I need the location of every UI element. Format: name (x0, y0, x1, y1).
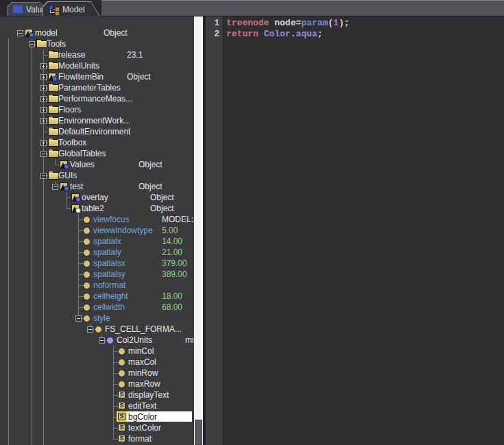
folder-icon[interactable] (48, 51, 59, 59)
folder-icon[interactable] (48, 84, 59, 92)
attribute-icon[interactable] (83, 260, 91, 267)
collapse-icon[interactable] (40, 173, 47, 179)
attribute-icon[interactable] (83, 304, 91, 311)
tree-row[interactable]: maxRow (0, 378, 194, 389)
attribute-icon[interactable] (83, 238, 91, 245)
object-icon[interactable] (60, 160, 69, 169)
folder-icon[interactable] (48, 172, 59, 180)
object-icon[interactable] (71, 204, 80, 213)
tree-row[interactable]: release23.1 (0, 49, 194, 60)
string-node-icon[interactable]: S (118, 402, 125, 409)
tree-row[interactable]: SeditText (0, 400, 194, 411)
tree-row[interactable]: table2Object (0, 203, 194, 214)
collapse-icon[interactable] (17, 30, 23, 36)
expand-icon[interactable] (40, 118, 47, 124)
tree-row[interactable]: minRow (0, 368, 194, 378)
tree-row[interactable]: FS_CELL_FORMA... (0, 324, 194, 335)
expand-icon[interactable] (40, 63, 47, 69)
tree-row[interactable]: maxCol (0, 357, 194, 368)
attribute-icon[interactable] (83, 227, 91, 234)
tree-node-label: DefaultEnvironment (58, 126, 130, 137)
tree-row[interactable]: StextColor (0, 422, 194, 433)
string-node-icon[interactable]: S (118, 435, 125, 442)
folder-icon[interactable] (48, 95, 59, 103)
collapse-icon[interactable] (87, 326, 93, 333)
folder-icon[interactable] (48, 117, 59, 125)
string-node-icon[interactable]: S (118, 413, 125, 420)
tree-row[interactable]: ValuesObject (0, 159, 194, 170)
object-icon[interactable] (60, 182, 69, 191)
collapse-icon[interactable] (40, 151, 47, 157)
attribute-icon[interactable] (106, 337, 114, 344)
tree-row[interactable]: GlobalTables (0, 148, 194, 159)
tree-scrollbar[interactable] (194, 16, 203, 445)
tree-row[interactable]: style (0, 313, 194, 324)
tree-row[interactable]: noformat (0, 280, 194, 291)
attribute-icon[interactable] (83, 293, 91, 300)
object-icon[interactable] (48, 72, 57, 81)
expand-icon[interactable] (40, 96, 47, 102)
tree-row[interactable]: SbgColor (0, 411, 194, 422)
object-icon[interactable] (71, 193, 80, 202)
tree-row[interactable]: Sformat (0, 433, 194, 444)
tree-row[interactable]: DefaultEnvironment (0, 126, 194, 137)
tab-model[interactable]: Model (43, 1, 100, 16)
tree-row[interactable]: testObject (0, 181, 194, 192)
attribute-icon[interactable] (118, 348, 125, 355)
collapse-icon[interactable] (75, 315, 82, 322)
tree-row[interactable]: minCol (0, 346, 194, 357)
tree-row[interactable]: cellwidth68.00 (0, 302, 194, 313)
expand-icon[interactable] (40, 85, 47, 91)
attribute-icon[interactable] (83, 271, 91, 278)
folder-icon[interactable] (48, 139, 59, 147)
tree-row[interactable]: modelObject (0, 27, 194, 38)
tree-icon (49, 5, 59, 14)
tree-row[interactable]: viewwindowtype5.00 (0, 225, 194, 236)
string-node-icon[interactable]: S (118, 424, 125, 431)
scrollbar-thumb[interactable] (195, 420, 202, 445)
tree-panel[interactable]: modelObjectToolsrelease23.1ModelUnitsFlo… (0, 16, 194, 445)
attribute-icon[interactable] (83, 216, 91, 224)
app-window: Values Model modelObjectToolsrelease23.1… (0, 0, 504, 445)
tree-row[interactable]: EnvironmentWork... (0, 115, 194, 126)
collapse-icon[interactable] (99, 337, 105, 344)
tree-row[interactable]: overlayObject (0, 192, 194, 203)
tree-row[interactable]: spatialsy389.00 (0, 269, 194, 280)
tree-row[interactable]: Floors (0, 104, 194, 115)
tree-row[interactable]: GUIs (0, 170, 194, 181)
expand-icon[interactable] (40, 140, 47, 146)
attribute-icon[interactable] (118, 381, 125, 388)
folder-icon[interactable] (48, 62, 59, 70)
folder-icon[interactable] (48, 106, 59, 114)
attribute-icon[interactable] (83, 282, 91, 289)
object-icon[interactable] (25, 28, 34, 37)
tree-row[interactable]: spatialx14.00 (0, 236, 194, 247)
tree-node-label: style (93, 313, 110, 324)
tree-row[interactable]: Toolbox (0, 137, 194, 148)
tree-row[interactable]: PerformanceMeas... (0, 93, 194, 104)
folder-icon[interactable] (48, 150, 59, 158)
collapse-icon[interactable] (29, 41, 35, 47)
attribute-icon[interactable] (118, 359, 125, 366)
tree-row[interactable]: spatialy21.00 (0, 247, 194, 258)
tree-row[interactable]: FlowItemBinObject (0, 71, 194, 82)
string-node-icon[interactable]: S (118, 391, 125, 398)
attribute-icon[interactable] (118, 370, 125, 377)
tree-row[interactable]: cellheight18.00 (0, 291, 194, 302)
attribute-icon[interactable] (83, 249, 91, 256)
tree-row[interactable]: Tools (0, 38, 194, 49)
attribute-icon[interactable] (95, 326, 102, 333)
tree-row[interactable]: ModelUnits (0, 60, 194, 71)
collapse-icon[interactable] (52, 184, 58, 190)
attribute-icon[interactable] (83, 315, 91, 322)
tree-row[interactable]: ParameterTables (0, 82, 194, 93)
folder-icon[interactable] (36, 40, 47, 48)
tree-row[interactable]: Col2Unitsmin (0, 335, 194, 346)
expand-icon[interactable] (40, 107, 47, 113)
expand-icon[interactable] (40, 74, 47, 80)
tree-row[interactable]: SdisplayText (0, 389, 194, 400)
code-editor[interactable]: treenode node=param(1);return Color.aqua… (224, 16, 504, 445)
folder-icon[interactable] (48, 128, 59, 136)
tree-row[interactable]: viewfocusMODEL:/T (0, 214, 194, 225)
tree-row[interactable]: spatialsx379.00 (0, 258, 194, 269)
